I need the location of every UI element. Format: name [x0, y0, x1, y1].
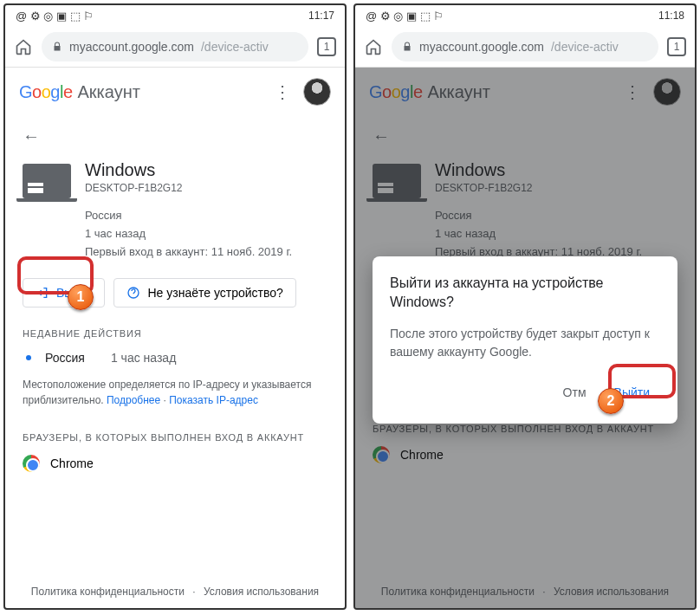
- lock-icon: [52, 42, 62, 52]
- desktop-icon: [23, 164, 71, 198]
- help-icon: [126, 286, 140, 300]
- activity-time: 1 час назад: [111, 351, 176, 365]
- dialog-title: Выйти из аккаунта на устройстве Windows?: [390, 274, 660, 313]
- unrecognized-label: Не узнаёте устройство?: [147, 286, 282, 300]
- status-icons-left: @ ⚙ ◎ ▣ ⬚ ⚐: [366, 10, 444, 23]
- status-bar: @ ⚙ ◎ ▣ ⬚ ⚐ 11:17: [5, 5, 345, 26]
- activity-row: Россия 1 час назад: [23, 351, 327, 365]
- status-bar: @ ⚙ ◎ ▣ ⬚ ⚐ 11:18: [355, 5, 695, 26]
- chrome-icon: [23, 455, 40, 472]
- device-location: Россия: [85, 207, 327, 225]
- url-bar[interactable]: myaccount.google.com/device-activ: [392, 32, 658, 62]
- dialog-cancel-button[interactable]: Отм: [553, 379, 597, 406]
- signout-dialog: Выйти из аккаунта на устройстве Windows?…: [373, 256, 677, 424]
- annotation-badge-2: 2: [598, 388, 624, 414]
- show-ip-link[interactable]: Показать IP-адрес: [169, 394, 258, 406]
- browser-row: Chrome: [23, 455, 327, 472]
- url-bar[interactable]: myaccount.google.com/device-activ: [42, 32, 308, 62]
- privacy-link[interactable]: Политика конфиденциальности: [31, 586, 185, 598]
- menu-icon[interactable]: ⋮: [267, 81, 298, 102]
- unrecognized-button[interactable]: Не узнаёте устройство?: [113, 278, 295, 308]
- location-note: Местоположение определяется по IP-адресу…: [23, 377, 327, 408]
- signout-icon: [36, 286, 49, 300]
- device-last-active: 1 час назад: [85, 225, 327, 243]
- more-link[interactable]: Подробнее: [107, 394, 160, 406]
- home-icon[interactable]: [14, 38, 33, 55]
- tab-switcher[interactable]: 1: [667, 37, 686, 56]
- content: ← Windows DESKTOP-F1B2G12 Россия 1 час н…: [5, 116, 345, 608]
- browser-toolbar: myaccount.google.com/device-activ 1: [355, 26, 695, 68]
- phone-right: @ ⚙ ◎ ▣ ⬚ ⚐ 11:18 myaccount.google.com/d…: [353, 3, 697, 610]
- dialog-body: После этого устройству будет закрыт дост…: [390, 325, 660, 361]
- tab-switcher[interactable]: 1: [317, 37, 336, 56]
- phone-left: @ ⚙ ◎ ▣ ⬚ ⚐ 11:17 myaccount.google.com/d…: [3, 3, 347, 610]
- url-host: myaccount.google.com: [69, 40, 194, 54]
- avatar[interactable]: [303, 78, 331, 106]
- device-id: DESKTOP-F1B2G12: [85, 182, 183, 194]
- device-name: Windows: [85, 160, 183, 180]
- browsers-title: БРАУЗЕРЫ, В КОТОРЫХ ВЫПОЛНЕН ВХОД В АККА…: [23, 432, 327, 443]
- footer: Политика конфиденциальности · Условия ис…: [5, 586, 345, 598]
- lock-icon: [402, 42, 412, 52]
- activity-dot-icon: [26, 355, 31, 360]
- home-icon[interactable]: [364, 38, 383, 55]
- status-time: 11:17: [308, 10, 334, 22]
- url-path: /device-activ: [551, 40, 619, 54]
- browser-toolbar: myaccount.google.com/device-activ 1: [5, 26, 345, 68]
- browser-name: Chrome: [50, 456, 94, 470]
- terms-link[interactable]: Условия использования: [204, 586, 319, 598]
- device-first-login: Первый вход в аккаунт: 11 нояб. 2019 г.: [85, 243, 327, 262]
- back-button[interactable]: ←: [23, 116, 327, 160]
- status-time: 11:18: [658, 10, 684, 22]
- device-meta: Россия 1 час назад Первый вход в аккаунт…: [85, 207, 327, 261]
- annotation-badge-1: 1: [68, 284, 94, 310]
- app-header: Google Аккаунт ⋮: [5, 68, 345, 116]
- device-header: Windows DESKTOP-F1B2G12: [23, 160, 327, 198]
- account-label: Аккаунт: [78, 82, 140, 102]
- recent-title: НЕДАВНИЕ ДЕЙСТВИЯ: [23, 328, 327, 339]
- activity-location: Россия: [45, 351, 85, 365]
- status-icons-left: @ ⚙ ◎ ▣ ⬚ ⚐: [16, 10, 94, 23]
- url-host: myaccount.google.com: [419, 40, 544, 54]
- google-logo: Google: [19, 82, 73, 102]
- url-path: /device-activ: [201, 40, 269, 54]
